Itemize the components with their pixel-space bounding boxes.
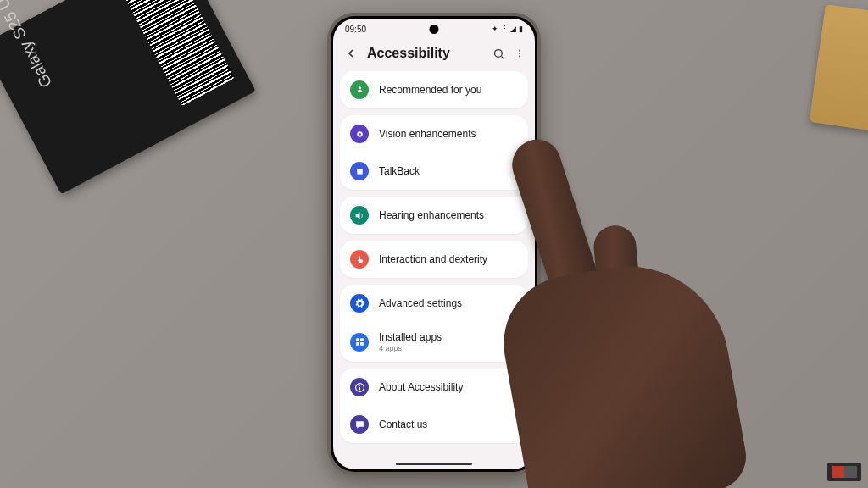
settings-item-hearing-enhancements[interactable]: Hearing enhancements <box>340 197 528 234</box>
settings-item-interaction-and-dexterity[interactable]: Interaction and dexterity <box>340 241 528 278</box>
item-subtitle: 4 apps <box>379 344 442 352</box>
item-label: Vision enhancements <box>379 128 476 140</box>
item-label: Installed apps <box>379 331 442 343</box>
item-label: Interaction and dexterity <box>379 253 487 265</box>
settings-card: About AccessibilityContact us <box>340 369 528 443</box>
settings-card: Interaction and dexterity <box>340 241 528 278</box>
item-label: Contact us <box>379 419 427 430</box>
svg-point-1 <box>519 50 520 52</box>
user-hand <box>495 166 817 488</box>
video-watermark <box>827 463 861 481</box>
svg-rect-8 <box>356 338 359 341</box>
talk-icon <box>350 162 369 180</box>
svg-rect-10 <box>356 342 359 346</box>
settings-card: Advanced settingsInstalled apps4 apps <box>340 285 528 362</box>
search-button[interactable] <box>491 46 506 61</box>
svg-point-4 <box>358 86 360 89</box>
settings-item-talkback[interactable]: TalkBack <box>340 152 528 190</box>
eye-icon <box>350 125 369 143</box>
svg-point-2 <box>519 53 520 54</box>
chat-icon <box>350 415 369 434</box>
settings-item-installed-apps[interactable]: Installed apps4 apps <box>340 322 528 362</box>
phone-screen: 09:50 ✦ ⋮ ◢ ▮ Accessibility Recommende <box>333 19 535 469</box>
page-title: Accessibility <box>367 46 482 61</box>
info-icon <box>350 378 369 396</box>
status-icons: ✦ ⋮ ◢ ▮ <box>492 25 523 33</box>
settings-item-contact-us[interactable]: Contact us <box>340 406 528 443</box>
svg-rect-9 <box>360 338 364 341</box>
item-label: Recommended for you <box>379 84 481 96</box>
item-label: TalkBack <box>379 165 420 177</box>
product-box: Galaxy S25 Ultra <box>0 0 256 194</box>
gear-icon <box>350 294 369 313</box>
settings-card: Hearing enhancements <box>340 197 528 234</box>
settings-item-vision-enhancements[interactable]: Vision enhancements <box>340 115 528 152</box>
status-time: 09:50 <box>345 25 366 34</box>
back-button[interactable] <box>343 46 359 61</box>
svg-point-3 <box>519 56 520 58</box>
svg-rect-11 <box>360 342 364 346</box>
svg-point-13 <box>359 385 359 385</box>
svg-rect-14 <box>359 386 359 389</box>
person-icon <box>350 80 369 99</box>
page-header: Accessibility <box>333 39 535 71</box>
desk-surface: Galaxy S25 Ultra 09:50 ✦ ⋮ ◢ ▮ Accessibi… <box>0 0 868 488</box>
settings-item-about-accessibility[interactable]: About Accessibility <box>340 369 528 406</box>
settings-list: Recommended for youVision enhancementsTa… <box>333 71 535 443</box>
settings-card: Vision enhancementsTalkBack <box>340 115 528 190</box>
settings-card: Recommended for you <box>340 71 528 108</box>
phone-device: 09:50 ✦ ⋮ ◢ ▮ Accessibility Recommende <box>327 13 541 475</box>
svg-point-0 <box>494 49 502 57</box>
item-label: Advanced settings <box>379 297 462 309</box>
sound-icon <box>350 206 369 225</box>
item-label: About Accessibility <box>379 381 463 393</box>
touch-icon <box>350 250 369 269</box>
apps-icon <box>350 333 369 352</box>
product-box-label: Galaxy S25 Ultra <box>0 0 56 91</box>
item-label: Hearing enhancements <box>379 209 484 221</box>
gesture-bar[interactable] <box>396 463 472 465</box>
svg-point-6 <box>359 133 361 136</box>
barcode-label <box>119 0 235 106</box>
svg-rect-7 <box>357 169 363 175</box>
wooden-object <box>810 4 868 131</box>
more-button[interactable] <box>515 46 525 61</box>
settings-item-advanced-settings[interactable]: Advanced settings <box>340 285 528 322</box>
settings-item-recommended-for-you[interactable]: Recommended for you <box>340 71 528 108</box>
camera-cutout <box>430 25 439 34</box>
